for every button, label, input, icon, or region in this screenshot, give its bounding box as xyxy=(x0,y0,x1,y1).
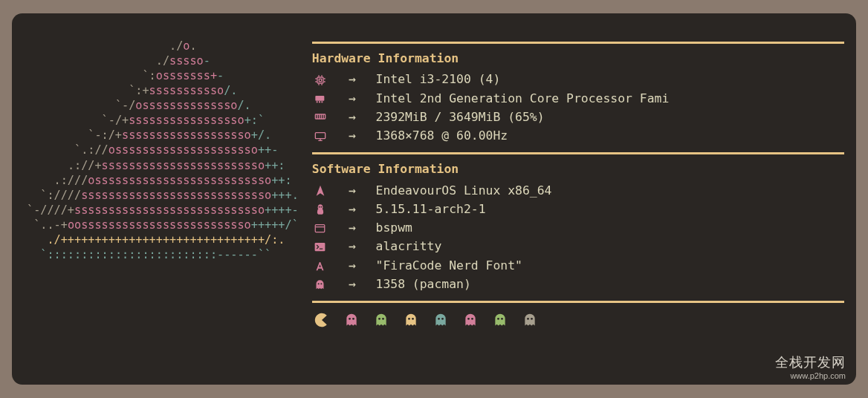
system-info: Hardware Information → Intel i3-2100 (4)… xyxy=(306,39,844,377)
ghost-icon xyxy=(492,313,508,327)
terminal-icon xyxy=(312,242,328,252)
svg-rect-4 xyxy=(319,101,320,102)
svg-point-27 xyxy=(527,318,529,320)
svg-rect-12 xyxy=(315,243,326,251)
arrow-icon: → xyxy=(336,89,369,108)
svg-point-22 xyxy=(441,318,444,320)
arrow-icon: → xyxy=(336,181,369,200)
cpu-value: Intel i3-2100 (4) xyxy=(376,72,501,86)
info-row-wm: → bspwm xyxy=(312,218,844,237)
info-row-font: → "FiraCode Nerd Font" xyxy=(312,256,844,275)
svg-rect-7 xyxy=(315,132,325,138)
distro-ascii-logo: ./o. ./sssso- `:osssssss+- `:+ssssssssss… xyxy=(24,39,306,377)
arrow-icon: → xyxy=(336,200,369,218)
watermark-title: 全栈开发网 xyxy=(775,353,846,371)
gpu-icon xyxy=(312,94,328,104)
svg-point-28 xyxy=(531,318,533,320)
kernel-icon xyxy=(312,203,328,215)
wm-value: bspwm xyxy=(376,221,412,235)
info-row-display: → 1368×768 @ 60.00Hz xyxy=(312,126,844,145)
wm-icon xyxy=(312,224,328,233)
svg-rect-3 xyxy=(316,101,317,102)
ghost-icon xyxy=(462,313,479,327)
ghost-icon xyxy=(522,313,538,327)
divider xyxy=(312,152,844,154)
svg-rect-0 xyxy=(317,77,323,83)
arrow-icon: → xyxy=(336,218,369,237)
svg-point-21 xyxy=(438,318,440,320)
font-icon xyxy=(312,261,328,272)
memory-icon xyxy=(312,112,328,123)
arrow-icon: → xyxy=(336,70,369,88)
svg-rect-1 xyxy=(319,79,321,81)
watermark: 全栈开发网 www.p2hp.com xyxy=(775,353,846,380)
divider xyxy=(312,42,844,44)
svg-point-15 xyxy=(349,318,351,320)
pacman-icon xyxy=(314,312,330,328)
software-section-title: Software Information xyxy=(312,160,844,178)
packages-icon xyxy=(312,279,328,290)
svg-rect-5 xyxy=(321,101,323,102)
info-row-cpu: → Intel i3-2100 (4) xyxy=(312,70,844,88)
arrow-icon: → xyxy=(336,237,369,255)
terminal-value: alacritty xyxy=(376,239,442,253)
font-value: "FiraCode Nerd Font" xyxy=(376,258,522,273)
arrow-icon: → xyxy=(336,275,369,293)
arrow-icon: → xyxy=(336,126,369,145)
svg-point-13 xyxy=(318,283,320,284)
svg-point-9 xyxy=(319,206,320,208)
terminal-window: ./o. ./sssso- `:osssssss+- `:+ssssssssss… xyxy=(12,13,856,385)
svg-point-16 xyxy=(352,318,354,320)
cpu-icon xyxy=(312,74,328,86)
arrow-icon: → xyxy=(336,108,369,126)
display-icon xyxy=(312,131,328,142)
svg-point-26 xyxy=(501,318,503,320)
svg-point-19 xyxy=(408,318,410,320)
watermark-url: www.p2hp.com xyxy=(775,371,846,380)
arrow-icon: → xyxy=(336,256,369,275)
info-row-packages: → 1358 (pacman) xyxy=(312,275,844,293)
kernel-value: 5.15.11-arch2-1 xyxy=(376,202,486,216)
distro-icon xyxy=(312,185,328,197)
info-row-memory: → 2392MiB / 3649MiB (65%) xyxy=(312,108,844,126)
info-row-gpu: → Intel 2nd Generation Core Processor Fa… xyxy=(312,89,844,108)
divider xyxy=(312,301,844,303)
hardware-section-title: Hardware Information xyxy=(312,49,844,68)
info-row-distro: → EndeavourOS Linux x86_64 xyxy=(312,181,844,200)
svg-rect-11 xyxy=(316,225,326,232)
distro-value: EndeavourOS Linux x86_64 xyxy=(376,183,552,198)
svg-point-10 xyxy=(320,206,322,208)
svg-point-17 xyxy=(378,318,380,320)
display-value: 1368×768 @ 60.00Hz xyxy=(376,128,508,143)
packages-value: 1358 (pacman) xyxy=(376,277,471,291)
ghost-icon xyxy=(373,313,389,327)
svg-point-14 xyxy=(321,283,323,284)
ghost-icon xyxy=(343,313,360,327)
svg-point-20 xyxy=(412,318,414,320)
svg-point-24 xyxy=(471,318,473,320)
memory-value: 2392MiB / 3649MiB (65%) xyxy=(376,110,545,124)
ghost-icon xyxy=(433,313,449,327)
ghost-icon xyxy=(403,313,419,327)
info-row-terminal: → alacritty xyxy=(312,237,844,255)
svg-point-18 xyxy=(382,318,384,320)
info-row-kernel: → 5.15.11-arch2-1 xyxy=(312,200,844,218)
svg-point-23 xyxy=(467,318,470,320)
svg-point-25 xyxy=(497,318,499,320)
gpu-value: Intel 2nd Generation Core Processor Fami xyxy=(376,91,670,105)
color-palette xyxy=(312,312,844,328)
svg-rect-2 xyxy=(315,96,324,101)
